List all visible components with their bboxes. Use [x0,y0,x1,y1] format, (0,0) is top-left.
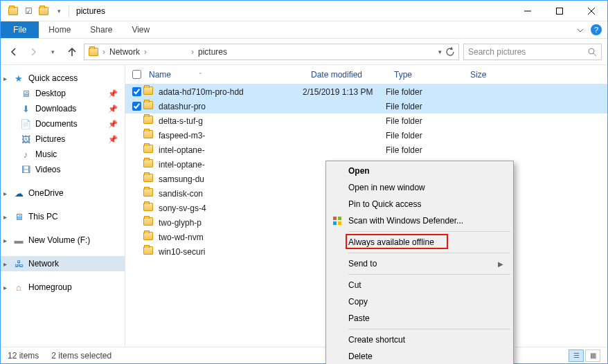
menu-item-scan-with-windows-defender[interactable]: Scan with Windows Defender... [328,212,512,229]
column-type[interactable]: Type [388,70,465,80]
window-controls [512,1,607,21]
pin-icon: 📌 [108,120,118,129]
menu-item-copy[interactable]: Copy [328,293,512,310]
explorer-window: ☑ ▾ pictures File Home Share View ? ▾ › … [0,0,608,364]
sidebar-quick-access[interactable]: ▸ ★ Quick access [1,71,125,86]
qat-dropdown-icon[interactable]: ▾ [52,4,66,18]
svg-line-6 [593,53,596,56]
menu-item-paste[interactable]: Paste [328,310,512,327]
file-type: File folder [386,102,462,111]
search-input[interactable]: Search pictures [463,44,602,60]
caret-icon[interactable]: ▸ [3,213,7,221]
table-row[interactable]: intel-optane- File folder [125,143,607,157]
crumb-root-icon[interactable] [86,48,101,56]
menu-item-send-to[interactable]: Send to▶ [328,255,512,272]
folder-icon [143,87,154,98]
folder-icon [143,116,154,127]
sidebar-item-desktop[interactable]: 🖥Desktop📌 [1,86,125,101]
maximize-button[interactable] [544,1,575,21]
sidebar-item-music[interactable]: ♪Music [1,147,125,162]
separator [69,5,69,17]
sidebar-onedrive[interactable]: ▸☁OneDrive [1,185,125,201]
caret-icon[interactable]: ▸ [3,284,7,291]
pin-icon: 📌 [108,135,118,144]
search-icon[interactable] [587,47,597,57]
sidebar-item-pictures[interactable]: 🖼Pictures📌 [1,131,125,147]
ribbon-tabs: File Home Share View ? [1,21,607,39]
menu-item-always-available-offline[interactable]: Always available offline [328,234,512,251]
recent-locations-button[interactable]: ▾ [45,44,60,60]
drive-icon: ▬ [13,235,24,246]
sidebar-item-label: Homegroup [28,282,72,292]
menu-item-pin-to-quick-access[interactable]: Pin to Quick access [328,196,512,212]
menu-item-cut[interactable]: Cut [328,277,512,293]
menu-item-delete[interactable]: Delete [328,348,512,364]
folder-icon [143,159,154,170]
svg-rect-7 [333,217,337,220]
file-name: sandisk-con [159,189,303,199]
caret-icon[interactable]: ▸ [3,75,7,82]
row-checkbox[interactable] [132,87,141,96]
folder-icon [143,203,154,214]
menu-item-open[interactable]: Open [328,163,512,179]
column-size[interactable]: Size [465,70,520,80]
menu-item-label: Delete [348,352,373,361]
chevron-right-icon[interactable]: › [190,47,195,57]
caret-icon[interactable]: ▸ [3,237,7,244]
tab-file[interactable]: File [1,21,39,38]
column-date[interactable]: Date modified [305,70,388,80]
address-dropdown-icon[interactable]: ▾ [438,48,442,55]
select-all-checkbox[interactable] [132,70,141,79]
app-icon[interactable] [6,4,20,18]
table-row[interactable]: delta-s-tuf-g File folder [125,113,607,128]
sidebar-item-label: OneDrive [28,188,64,198]
folder-icon [143,246,154,257]
table-row[interactable]: faspeed-m3- File folder [125,128,607,143]
up-button[interactable] [64,44,80,60]
row-checkbox[interactable] [132,102,141,111]
sidebar-item-videos[interactable]: 🎞Videos [1,162,125,177]
refresh-icon[interactable] [445,47,454,57]
close-button[interactable] [575,1,607,21]
sidebar-drive[interactable]: ▸▬New Volume (F:) [1,233,125,248]
folder-icon [143,130,154,141]
sidebar-this-pc[interactable]: ▸🖥This PC [1,209,125,224]
file-name: win10-securi [159,247,303,257]
ribbon-expand-icon[interactable] [577,21,584,39]
qat-properties-icon[interactable]: ☑ [21,4,35,18]
address-bar[interactable]: › Network › › pictures ▾ [84,44,459,60]
caret-icon[interactable]: ▸ [3,260,7,268]
sidebar-network[interactable]: ▸🖧Network [1,256,125,271]
tab-home[interactable]: Home [39,21,80,38]
view-details-button[interactable]: ☰ [569,349,584,362]
folder-icon: 🖼 [20,134,31,145]
help-icon[interactable]: ? [591,24,602,35]
crumb-network[interactable]: Network [107,47,143,57]
table-row[interactable]: adata-hd710m-pro-hdd 2/15/2019 1:13 PM F… [125,84,607,99]
chevron-right-icon[interactable]: › [101,47,107,57]
minimize-button[interactable] [512,1,544,21]
crumb-folder[interactable]: pictures [195,47,230,57]
forward-button[interactable] [26,44,41,60]
file-type: File folder [386,145,462,155]
sidebar-item-downloads[interactable]: ⬇Downloads📌 [1,101,125,116]
table-row[interactable]: datashur-pro File folder [125,99,607,113]
menu-item-create-shortcut[interactable]: Create shortcut [328,331,512,348]
file-type: File folder [386,87,462,97]
sidebar-item-documents[interactable]: 📄Documents📌 [1,116,125,131]
menu-item-open-in-new-window[interactable]: Open in new window [328,179,512,196]
tab-view[interactable]: View [122,21,159,38]
column-name[interactable]: Name˄ [143,70,305,80]
content-pane: Name˄ Date modified Type Size adata-hd71… [125,65,607,347]
sidebar-homegroup[interactable]: ▸⌂Homegroup [1,280,125,295]
chevron-right-icon[interactable]: › [143,47,148,57]
view-largeicons-button[interactable]: ▦ [585,349,600,362]
sidebar-item-label: New Volume (F:) [28,235,90,245]
caret-icon[interactable]: ▸ [3,190,7,197]
qat-newfolder-icon[interactable] [37,4,51,18]
status-selection-count: 2 items selected [51,351,111,361]
file-type: File folder [386,131,462,140]
defender-icon [332,215,343,226]
tab-share[interactable]: Share [80,21,122,38]
back-button[interactable] [6,44,21,60]
